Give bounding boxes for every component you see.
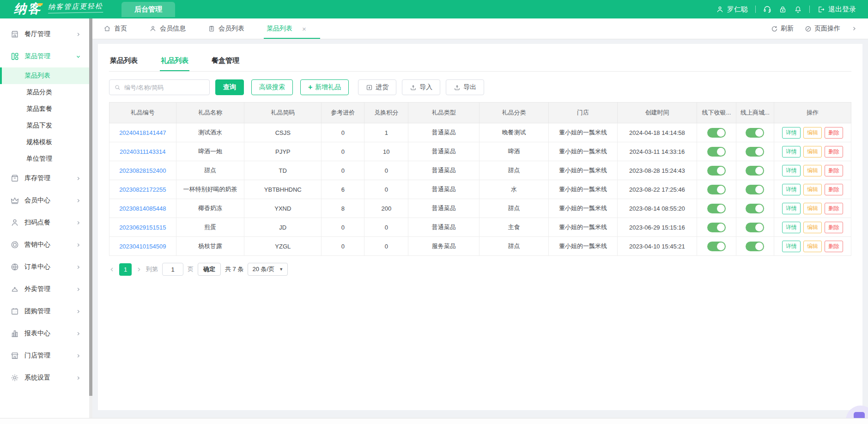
sidebar-item[interactable]: 系统设置 — [0, 367, 92, 389]
sidebar-subitem[interactable]: 单位管理 — [0, 151, 92, 167]
open-tab[interactable]: 会员信息 — [149, 18, 186, 39]
gift-code-link[interactable]: 20230814085448 — [119, 205, 166, 212]
logout-button[interactable]: 退出登录 — [817, 5, 856, 14]
sidebar-menu: 餐厅管理菜品管理菜品列表菜品分类菜品套餐菜品下发规格模板单位管理库存管理会员中心… — [0, 23, 92, 389]
add-gift-button[interactable]: + 新增礼品 — [300, 79, 349, 95]
goto-confirm-button[interactable]: 确定 — [198, 263, 221, 276]
sidebar-scrollbar-track[interactable] — [89, 18, 92, 424]
chevron-right-icon[interactable] — [851, 26, 857, 31]
goto-page-input[interactable] — [162, 263, 183, 276]
import-button[interactable]: 导入 — [402, 79, 440, 95]
sidebar-item[interactable]: 外卖管理 — [0, 278, 92, 300]
search-input[interactable] — [124, 84, 205, 91]
advanced-search-button[interactable]: 高级搜索 — [251, 79, 293, 95]
offline-cashier-toggle[interactable] — [707, 223, 726, 232]
edit-button[interactable]: 编辑 — [803, 222, 822, 233]
sidebar-subitem[interactable]: 菜品套餐 — [0, 101, 92, 117]
online-mall-toggle[interactable] — [746, 242, 764, 251]
chevron-down-icon — [76, 54, 81, 59]
open-tab[interactable]: 首页 — [103, 18, 127, 39]
online-mall-toggle[interactable] — [746, 223, 764, 232]
sidebar-item[interactable]: 会员中心 — [0, 189, 92, 212]
gift-code-link[interactable]: 20230629151515 — [119, 224, 166, 231]
offline-cashier-toggle[interactable] — [707, 204, 726, 213]
gift-code-link[interactable]: 20230822172255 — [119, 186, 166, 193]
refresh-button[interactable]: 刷新 — [771, 24, 794, 33]
sidebar-scrollbar-thumb[interactable] — [89, 18, 92, 396]
delete-button[interactable]: 删除 — [825, 241, 843, 252]
sidebar-item[interactable]: 餐厅管理 — [0, 23, 92, 45]
edit-button[interactable]: 编辑 — [803, 127, 822, 139]
sidebar-subitem[interactable]: 菜品列表 — [0, 67, 92, 84]
online-mall-toggle[interactable] — [746, 166, 764, 176]
content-tab[interactable]: 礼品列表 — [160, 51, 189, 71]
delete-button[interactable]: 删除 — [825, 184, 843, 195]
open-tab-label: 会员列表 — [219, 24, 244, 33]
sidebar-subitem[interactable]: 菜品下发 — [0, 117, 92, 134]
admin-tab[interactable]: 后台管理 — [121, 2, 175, 17]
edit-button[interactable]: 编辑 — [803, 165, 822, 176]
next-page-icon[interactable] — [136, 267, 142, 273]
content-tab[interactable]: 餐盒管理 — [211, 51, 240, 71]
open-tab[interactable]: 菜品列表× — [267, 18, 306, 39]
sidebar-item[interactable]: 门店管理 — [0, 345, 92, 367]
gift-code-link[interactable]: 20240418141447 — [119, 129, 166, 136]
sidebar-subitem[interactable]: 菜品分类 — [0, 84, 92, 101]
edit-button[interactable]: 编辑 — [803, 184, 822, 195]
sidebar-item[interactable]: 报表中心 — [0, 322, 92, 345]
bell-icon[interactable] — [794, 6, 802, 13]
edit-button[interactable]: 编辑 — [803, 203, 822, 214]
edit-button[interactable]: 编辑 — [803, 241, 822, 252]
delete-button[interactable]: 删除 — [825, 222, 843, 233]
open-tab[interactable]: 会员列表 — [208, 18, 244, 39]
offline-cashier-toggle[interactable] — [707, 166, 726, 176]
purchase-button[interactable]: 进货 — [358, 79, 396, 95]
detail-button[interactable]: 详情 — [782, 127, 801, 139]
detail-button[interactable]: 详情 — [782, 241, 801, 252]
delete-button[interactable]: 删除 — [825, 146, 843, 157]
sidebar-item[interactable]: 菜品管理 — [0, 45, 92, 67]
export-button[interactable]: 导出 — [446, 79, 484, 95]
prev-page-icon[interactable] — [109, 267, 115, 273]
delete-button[interactable]: 删除 — [825, 203, 843, 214]
sidebar-item[interactable]: 团购管理 — [0, 300, 92, 322]
gift-table: 礼品编号礼品名称礼品简码参考进价兑换积分礼品类型礼品分类门店创建时间线下收银..… — [109, 102, 851, 256]
gift-code-link[interactable]: 20230828152400 — [119, 167, 166, 174]
sidebar-item[interactable]: 扫码点餐 — [0, 212, 92, 234]
close-icon[interactable]: × — [302, 25, 306, 33]
online-mall-toggle[interactable] — [746, 128, 764, 138]
sidebar-item[interactable]: 营销中心 — [0, 234, 92, 256]
online-mall-toggle[interactable] — [746, 185, 764, 194]
sidebar-subitem-label: 规格模板 — [26, 138, 52, 146]
detail-button[interactable]: 详情 — [782, 203, 801, 214]
gift-code-link[interactable]: 20240311143314 — [120, 148, 165, 155]
sidebar-subitem[interactable]: 规格模板 — [0, 134, 92, 151]
created-time-cell: 2024-04-18 14:14:58 — [618, 123, 697, 142]
detail-button[interactable]: 详情 — [782, 184, 801, 195]
delete-button[interactable]: 删除 — [825, 127, 843, 139]
offline-cashier-toggle[interactable] — [707, 128, 726, 138]
offline-cashier-toggle[interactable] — [707, 147, 726, 157]
detail-button[interactable]: 详情 — [782, 165, 801, 176]
online-mall-toggle[interactable] — [746, 147, 764, 157]
delete-button[interactable]: 删除 — [825, 165, 843, 176]
detail-button[interactable]: 详情 — [782, 222, 801, 233]
detail-button[interactable]: 详情 — [782, 146, 801, 157]
app-body: 餐厅管理菜品管理菜品列表菜品分类菜品套餐菜品下发规格模板单位管理库存管理会员中心… — [0, 18, 868, 424]
online-mall-toggle[interactable] — [746, 204, 764, 213]
offline-cashier-toggle[interactable] — [707, 242, 726, 251]
user-menu[interactable]: 罗仁聪 — [716, 5, 748, 14]
page-number[interactable]: 1 — [119, 263, 132, 276]
sidebar-item[interactable]: 订单中心 — [0, 256, 92, 278]
search-button[interactable]: 查询 — [215, 79, 244, 95]
content-tab[interactable]: 菜品列表 — [109, 51, 139, 71]
offline-cashier-toggle[interactable] — [707, 185, 726, 194]
gift-code-link[interactable]: 20230410154509 — [119, 243, 166, 250]
headset-icon[interactable] — [763, 5, 771, 13]
page-size-select[interactable]: 20 条/页 ▼ — [248, 263, 288, 276]
sidebar-item[interactable]: 库存管理 — [0, 167, 92, 189]
main-area: 首页会员信息会员列表菜品列表× 刷新 页面操作 菜品列表礼品列表餐盒管理 — [92, 18, 868, 424]
page-actions-button[interactable]: 页面操作 — [805, 24, 840, 33]
edit-button[interactable]: 编辑 — [803, 146, 822, 157]
lock-icon[interactable] — [779, 6, 787, 13]
